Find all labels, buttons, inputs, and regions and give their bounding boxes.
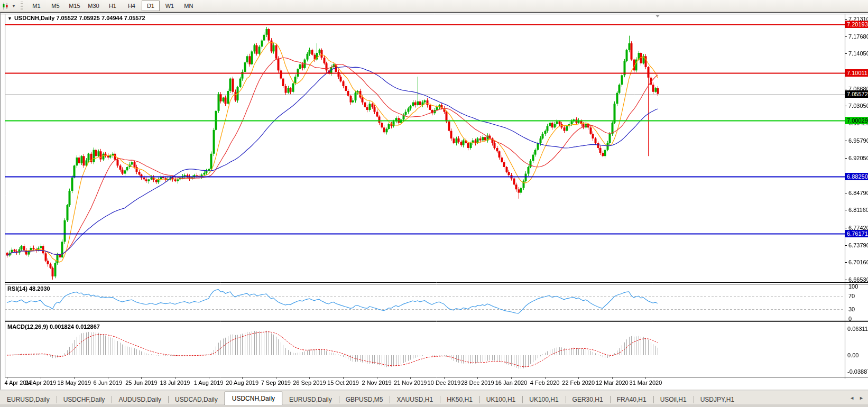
chart-tab-5-eurusd-daily[interactable]: EURUSD,Daily <box>282 394 339 405</box>
chart-window: ▼USDCNH,Daily 7.05522 7.05925 7.04944 7.… <box>0 12 868 390</box>
chart-tab-13-usoil-h1[interactable]: USOil,H1 <box>653 394 694 405</box>
chart-tab-bar: EURUSD,DailyUSDCHF,DailyAUDUSD,DailyUSDC… <box>0 391 868 405</box>
timeframe-button-h4[interactable]: H4 <box>123 1 141 11</box>
chart-tab-1-usdchf-daily[interactable]: USDCHF,Daily <box>57 394 112 405</box>
chart-tab-8-hk50-h1[interactable]: HK50,H1 <box>440 394 479 405</box>
chart-tab-6-gbpusd-m5[interactable]: GBPUSD,M5 <box>339 394 390 405</box>
timeframe-button-m1[interactable]: M1 <box>27 1 45 11</box>
chart-tab-7-xauusd-h1[interactable]: XAUUSD,H1 <box>390 394 440 405</box>
chart-tab-0-eurusd-daily[interactable]: EURUSD,Daily <box>0 394 57 405</box>
timeframe-button-h1[interactable]: H1 <box>104 1 122 11</box>
tab-scroll-left-icon[interactable]: ◄ <box>849 395 854 401</box>
timeframe-button-m15[interactable]: M15 <box>66 1 84 11</box>
chart-tab-2-audusd-daily[interactable]: AUDUSD,Daily <box>112 394 168 405</box>
chart-tab-11-ger30-h1[interactable]: GER30,H1 <box>566 394 610 405</box>
tab-scroll-right-icon[interactable]: ► <box>859 395 864 401</box>
toolbar-grip[interactable] <box>21 2 23 10</box>
dropdown-caret-icon[interactable]: ▼ <box>12 4 16 8</box>
timeframe-button-mn[interactable]: MN <box>180 1 198 11</box>
timeframe-button-w1[interactable]: W1 <box>161 1 179 11</box>
timeframe-button-d1[interactable]: D1 <box>142 1 160 11</box>
price-chart-canvas[interactable] <box>1 13 868 390</box>
chart-tab-4-usdcnh-daily[interactable]: USDCNH,Daily <box>225 392 282 405</box>
chart-tab-10-uk100-h1[interactable]: UK100,H1 <box>522 394 565 405</box>
chart-tab-9-uk100-h1[interactable]: UK100,H1 <box>479 394 522 405</box>
timeframe-button-group: M1M5M15M30H1H4D1W1MN <box>27 1 198 11</box>
chart-tab-14-usdjpy-h1[interactable]: USDJPY,H1 <box>694 394 741 405</box>
timeframe-button-m30[interactable]: M30 <box>85 1 103 11</box>
charts-tool-icon[interactable] <box>2 2 10 10</box>
chart-tab-3-usdcad-daily[interactable]: USDCAD,Daily <box>168 394 225 405</box>
top-toolbar: ▼ M1M5M15M30H1H4D1W1MN <box>0 0 868 12</box>
tab-scroll-nav: ◄► <box>849 395 864 401</box>
status-strip <box>0 404 868 407</box>
timeframe-button-m5[interactable]: M5 <box>47 1 64 11</box>
chart-tab-12-fra40-h1[interactable]: FRA40,H1 <box>610 394 653 405</box>
